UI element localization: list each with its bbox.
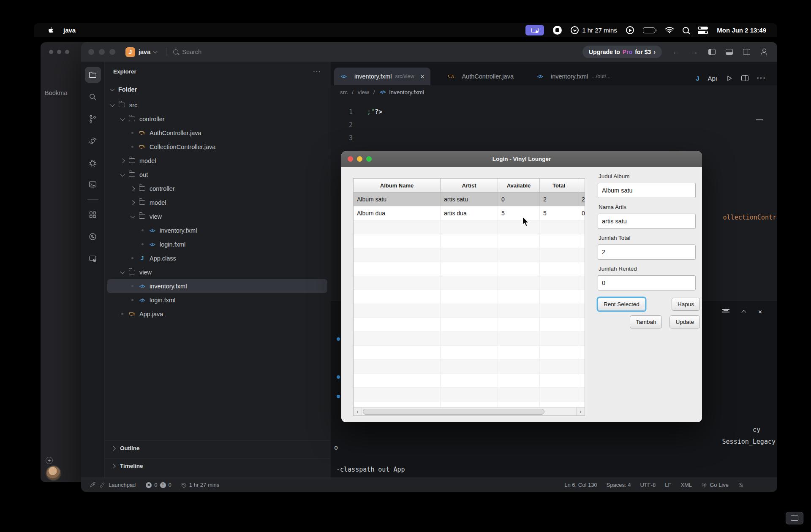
screen-share-pip[interactable] [786,512,803,524]
tab-inventory-out[interactable]: inventory.fxml .../out/... [531,68,617,85]
menubar-app-name[interactable]: java [63,27,76,34]
tree-file-out-inventory[interactable]: inventory.fxml [105,223,330,237]
maximize-panel-icon[interactable] [741,310,746,315]
explorer-more-icon[interactable]: ··· [313,68,322,75]
scroll-left-icon[interactable]: ‹ [354,407,362,415]
dialog-titlebar[interactable]: Login - Vinyl Lounger [341,151,702,167]
window-traffic-lights[interactable] [81,49,115,55]
control-center-icon[interactable] [698,27,708,34]
activity-debug-icon[interactable] [85,155,101,171]
play-icon[interactable] [626,26,634,34]
editor-more-icon[interactable]: ··· [757,74,766,82]
tree-file-out-login[interactable]: login.fxml [105,237,330,251]
album-table[interactable]: Album Name Artist Available Total Album … [353,178,585,416]
menubar-clock[interactable]: Mon Jun 2 13:49 [717,27,766,34]
wifi-icon[interactable] [665,27,674,33]
column-header-partial[interactable] [578,179,585,192]
add-icon[interactable]: + [46,457,53,464]
indentation-status[interactable]: Spaces: 4 [607,482,631,488]
toggle-panel-icon[interactable] [726,49,733,55]
tree-folder-model[interactable]: model [105,154,330,168]
tambah-button[interactable]: Tambah [630,315,662,328]
column-header-album[interactable]: Album Name [354,179,441,192]
tree-folder-out-view[interactable]: view [105,209,330,223]
minimize-button[interactable] [357,156,362,162]
split-editor-icon[interactable] [741,75,748,81]
avatar[interactable] [46,466,60,480]
nama-artis-field[interactable] [598,214,696,229]
tree-file-authcontroller[interactable]: AuthController.java [105,126,330,140]
run-button[interactable] [726,75,733,82]
tree-file-appjava[interactable]: App.java [105,307,330,321]
project-switcher[interactable]: J java [125,47,157,57]
activity-run-icon[interactable] [85,228,101,244]
timeline-section[interactable]: Timeline [105,458,330,473]
eol-status[interactable]: LF [665,482,671,488]
column-header-available[interactable]: Available [498,179,540,192]
menubar-timer[interactable]: 1 hr 27 mins [571,26,617,34]
overflow-tab-icon[interactable]: J [696,75,699,82]
cursor-position-status[interactable]: Ln 6, Col 130 [564,482,597,488]
rent-selected-button[interactable]: Rent Selected [598,298,645,311]
activity-terminal-icon[interactable] [85,176,101,193]
close-button[interactable] [348,156,353,162]
tree-file-login[interactable]: login.fxml [105,293,330,307]
scroll-right-icon[interactable]: › [576,407,585,415]
record-stop-icon[interactable] [553,26,562,35]
tree-file-collectioncontroller[interactable]: CollectionController.java [105,140,330,154]
apple-icon[interactable] [48,27,54,34]
toggle-sidebar-icon[interactable] [708,49,716,55]
zoom-button[interactable] [366,156,372,162]
breadcrumb-file[interactable]: inventory.fxml [379,89,424,95]
tree-folder-out-controller[interactable]: controller [105,182,330,195]
filter-icon[interactable] [722,309,729,315]
overflow-tab-label[interactable]: Apı [708,75,718,82]
activity-source-control-icon[interactable] [85,111,101,127]
upgrade-pro-button[interactable]: Upgrade to Pro for $3 › [582,46,662,58]
tree-section-folder[interactable]: Folder [105,82,330,96]
forward-button[interactable]: → [690,47,698,57]
judul-album-field[interactable] [598,183,696,198]
jumlah-total-field[interactable] [598,244,696,260]
battery-icon[interactable] [643,27,657,33]
background-window-tab[interactable]: Bookma [45,90,67,96]
problems-status[interactable]: ✕ 0 ! 0 [146,482,171,488]
tree-folder-controller[interactable]: controller [105,112,330,126]
timer-status[interactable]: 1 hr 27 mins [181,482,220,488]
horizontal-scrollbar[interactable]: ‹ › [354,407,585,415]
launchpad-status[interactable]: Launchpad [109,482,136,488]
activity-extensions-icon[interactable] [85,206,101,223]
screen-share-indicator[interactable] [525,25,544,35]
tab-authcontroller[interactable]: AuthController.java [441,68,520,85]
table-row[interactable]: Album dua artis dua 5 5 0 [354,206,585,220]
tab-inventory-fxml[interactable]: inventory.fxml src/view ✕ [334,68,430,85]
activity-remote-icon[interactable] [85,250,101,266]
dialog-traffic-lights[interactable] [348,156,372,162]
tree-folder-out-model[interactable]: model [105,195,330,209]
toggle-secondary-sidebar-icon[interactable] [743,49,750,55]
notifications-muted-icon[interactable] [738,482,744,488]
close-panel-icon[interactable]: ✕ [758,308,762,315]
column-header-artist[interactable]: Artist [441,179,498,192]
table-row-selected[interactable]: Album satu artis satu 0 2 2 [354,193,585,206]
tree-file-appclass[interactable]: App.class [105,251,330,265]
spotlight-search-icon[interactable] [683,27,689,33]
tree-folder-view[interactable]: view [105,265,330,279]
search-box[interactable]: Search [173,49,201,55]
breadcrumb-src[interactable]: src [340,89,348,95]
breadcrumb-view[interactable]: view [358,89,369,95]
outline-section[interactable]: Outline [105,440,330,456]
encoding-status[interactable]: UTF-8 [640,482,656,488]
tree-folder-src[interactable]: src [105,98,330,112]
activity-preview-icon[interactable] [85,133,101,149]
go-live-status[interactable]: Go Live [701,482,729,488]
tree-file-inventory-selected[interactable]: inventory.fxml [107,279,327,293]
close-icon[interactable]: ✕ [420,73,425,80]
column-header-total[interactable]: Total [540,179,578,192]
update-button[interactable]: Update [669,315,700,328]
jumlah-rented-field[interactable] [598,275,696,290]
account-icon[interactable] [760,49,767,55]
language-status[interactable]: XML [680,482,692,488]
activity-search-icon[interactable] [85,89,101,105]
scrollbar-thumb[interactable] [363,409,544,415]
